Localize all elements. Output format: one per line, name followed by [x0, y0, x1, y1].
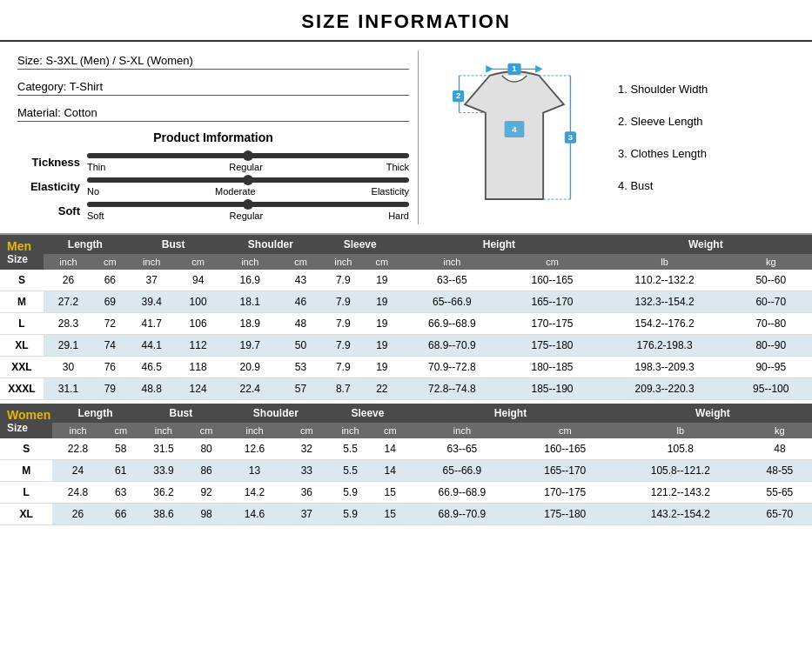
elasticity-track	[87, 177, 409, 183]
page-title: SIZE INFORMATION	[0, 0, 812, 42]
elasticity-label: Elasticity	[17, 180, 87, 193]
women-subheader-row: inchcm inchcm inchcm inchcm inchcm lbkg	[0, 423, 812, 438]
thickness-thumb	[243, 150, 253, 161]
men-size-label: Size	[7, 253, 28, 265]
tshirt-diagram: 1 2 3 4	[418, 50, 609, 224]
soft-slider: Soft Regular Hard	[87, 200, 409, 221]
men-length-header: Length	[44, 235, 127, 254]
svg-text:4: 4	[512, 124, 517, 134]
product-info-title: Product Imformation	[17, 130, 409, 144]
category-info: Category: T-Shirt	[17, 77, 409, 96]
tshirt-svg: 1 2 3 4	[445, 59, 584, 216]
men-header-row: Men Size Length Bust Shoulder Sleeve Hei…	[0, 235, 812, 254]
thickness-track	[87, 153, 409, 158]
info-panel: Size: S-3XL (Men) / S-XL (Women) Categor…	[17, 50, 418, 224]
elasticity-labels: No Moderate Elasticity	[87, 186, 409, 197]
table-row: S22.85831.58012.6325.51463--65160--16510…	[0, 438, 812, 460]
table-row: S2666379416.9437.91963--65160--165110.2-…	[0, 270, 812, 291]
table-row: XXL307646.511820.9537.91970.9--72.8180--…	[0, 357, 812, 378]
legend-4: 4. Bust	[618, 177, 792, 194]
women-length-header: Length	[52, 404, 138, 423]
legend-3: 3. Clothes Length	[618, 145, 792, 162]
table-row: L24.86336.29214.2365.91566.9--68.9170--1…	[0, 482, 812, 504]
soft-labels: Soft Regular Hard	[87, 210, 409, 221]
women-height-header: Height	[407, 404, 614, 423]
size-tables: Men Size Length Bust Shoulder Sleeve Hei…	[0, 233, 812, 525]
women-bust-header: Bust	[138, 404, 224, 423]
women-label: Women	[7, 408, 50, 422]
table-row: XL266638.69814.6375.91568.9--70.9175--18…	[0, 504, 812, 525]
table-row: XL29.17444.111219.7507.91968.9--70.9175-…	[0, 335, 812, 357]
thickness-slider: Thin Regular Thick	[87, 151, 409, 172]
men-bust-header: Bust	[127, 235, 220, 254]
size-info: Size: S-3XL (Men) / S-XL (Women)	[17, 50, 409, 70]
thickness-row: Tickness Thin Regular Thick	[17, 151, 409, 172]
table-row: XXXL31.17948.812422.4578.72272.8--74.818…	[0, 378, 812, 400]
women-sleeve-header: Sleeve	[328, 404, 408, 423]
legend-1: 1. Shoulder Width	[618, 81, 792, 97]
women-table-body: S22.85831.58012.6325.51463--65160--16510…	[0, 438, 812, 525]
thickness-label: Tickness	[17, 156, 87, 169]
men-shoulder-header: Shoulder	[220, 235, 322, 254]
soft-label: Soft	[17, 204, 87, 217]
women-size-label: Size	[7, 422, 28, 434]
men-label: Men	[7, 239, 31, 253]
men-table: Men Size Length Bust Shoulder Sleeve Hei…	[0, 235, 812, 400]
soft-row: Soft Soft Regular Hard	[17, 200, 409, 221]
thickness-labels: Thin Regular Thick	[87, 162, 409, 172]
table-row: M246133.98613335.51465--66.9165--170105.…	[0, 460, 812, 482]
women-shoulder-header: Shoulder	[224, 404, 328, 423]
men-sleeve-header: Sleeve	[321, 235, 399, 254]
svg-text:1: 1	[512, 63, 516, 73]
men-height-header: Height	[399, 235, 599, 254]
svg-text:3: 3	[567, 132, 572, 142]
legend-panel: 1. Shoulder Width 2. Sleeve Length 3. Cl…	[609, 50, 792, 224]
material-info: Material: Cotton	[17, 103, 409, 122]
women-table: Women Size Length Bust Shoulder Sleeve H…	[0, 404, 812, 525]
svg-text:2: 2	[455, 90, 460, 100]
table-row: M27.26939.410018.1467.91965--66.9165--17…	[0, 291, 812, 313]
elasticity-slider: No Moderate Elasticity	[87, 176, 409, 197]
soft-track	[87, 202, 409, 207]
table-row: L28.37241.710618.9487.91966.9--68.9170--…	[0, 313, 812, 335]
women-header-row: Women Size Length Bust Shoulder Sleeve H…	[0, 404, 812, 423]
elasticity-thumb	[243, 175, 253, 185]
women-weight-header: Weight	[614, 404, 812, 423]
men-table-body: S2666379416.9437.91963--65160--165110.2-…	[0, 270, 812, 400]
elasticity-row: Elasticity No Moderate Elasticity	[17, 176, 409, 197]
men-weight-header: Weight	[600, 235, 812, 254]
men-subheader-row: inchcm inchcm inchcm inchcm inchcm lbkg	[0, 254, 812, 270]
legend-2: 2. Sleeve Length	[618, 113, 792, 130]
soft-thumb	[243, 199, 253, 210]
